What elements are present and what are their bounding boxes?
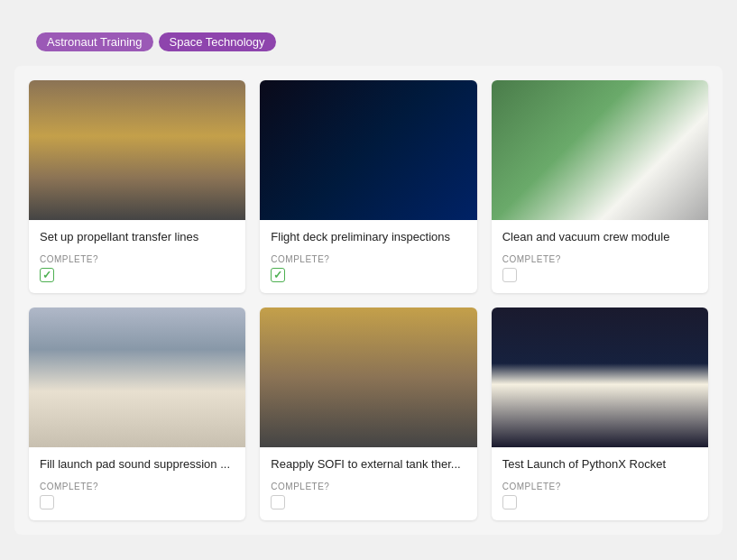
complete-checkbox[interactable] (502, 268, 517, 282)
complete-label: COMPLETE? (502, 254, 697, 264)
checkbox-wrapper (502, 268, 697, 282)
filter-bar: Astronaut Training Space Technology (14, 32, 723, 51)
card-title: Fill launch pad sound suppression ... (40, 456, 235, 473)
gallery-card: Clean and vacuum crew moduleCOMPLETE? (492, 80, 708, 293)
filter-tag-space[interactable]: Space Technology (159, 32, 276, 51)
gallery-card: Fill launch pad sound suppression ...COM… (29, 308, 245, 520)
card-title: Flight deck preliminary inspections (271, 229, 465, 245)
checkmark-icon: ✓ (273, 270, 282, 280)
complete-checkbox[interactable] (271, 495, 285, 510)
card-title: Test Launch of PythonX Rocket (502, 456, 697, 473)
complete-label: COMPLETE? (40, 482, 235, 491)
gallery-card: Reapply SOFI to external tank ther...COM… (260, 308, 476, 520)
gallery-grid: Set up propellant transfer linesCOMPLETE… (29, 80, 708, 520)
card-image (260, 308, 476, 447)
card-content: Fill launch pad sound suppression ...COM… (29, 447, 245, 520)
card-image (260, 80, 476, 220)
page-header (14, 14, 723, 22)
gallery-container: Set up propellant transfer linesCOMPLETE… (14, 66, 723, 535)
complete-label: COMPLETE? (271, 482, 465, 491)
card-content: Set up propellant transfer linesCOMPLETE… (29, 220, 245, 293)
gallery-card: Test Launch of PythonX RocketCOMPLETE? (492, 308, 708, 520)
card-image (492, 308, 708, 447)
card-content: Reapply SOFI to external tank ther...COM… (260, 447, 476, 520)
checkbox-wrapper: ✓ (40, 268, 235, 282)
gallery-card: Flight deck preliminary inspectionsCOMPL… (260, 80, 476, 293)
card-title: Clean and vacuum crew module (502, 229, 697, 245)
complete-checkbox[interactable]: ✓ (271, 268, 285, 282)
complete-checkbox[interactable]: ✓ (40, 268, 54, 282)
card-content: Clean and vacuum crew moduleCOMPLETE? (492, 220, 708, 293)
complete-checkbox[interactable] (502, 495, 517, 510)
complete-label: COMPLETE? (271, 254, 465, 264)
card-image (29, 308, 245, 447)
complete-checkbox[interactable] (40, 495, 54, 510)
card-content: Test Launch of PythonX RocketCOMPLETE? (492, 447, 708, 520)
checkbox-wrapper (271, 495, 465, 510)
checkmark-icon: ✓ (42, 270, 51, 280)
card-image (29, 80, 245, 220)
complete-label: COMPLETE? (502, 482, 697, 491)
card-image (492, 80, 708, 220)
card-content: Flight deck preliminary inspectionsCOMPL… (260, 220, 476, 293)
gallery-card: Set up propellant transfer linesCOMPLETE… (29, 80, 245, 293)
filter-tag-astronaut[interactable]: Astronaut Training (36, 32, 153, 51)
checkbox-wrapper (502, 495, 697, 510)
card-title: Reapply SOFI to external tank ther... (271, 456, 465, 473)
checkbox-wrapper: ✓ (271, 268, 465, 282)
card-title: Set up propellant transfer lines (40, 229, 235, 245)
checkbox-wrapper (40, 495, 235, 510)
complete-label: COMPLETE? (40, 254, 235, 264)
